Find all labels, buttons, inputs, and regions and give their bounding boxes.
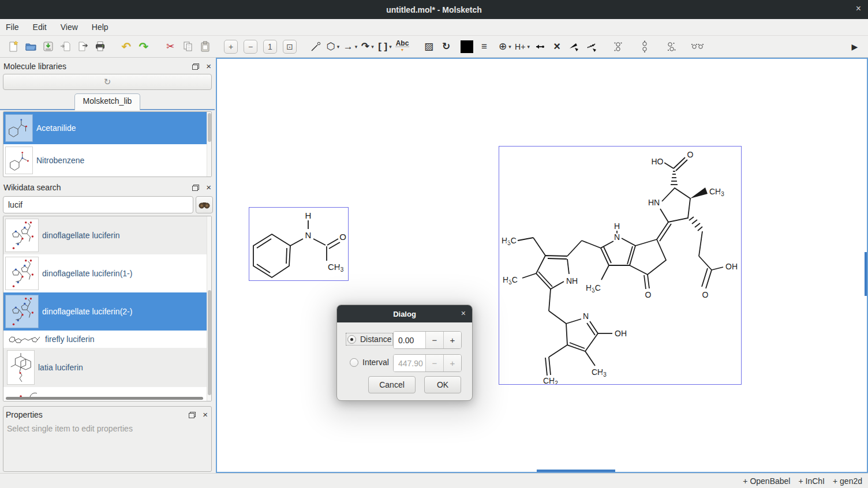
library-item-nitrobenzene[interactable]: Nitrobenzene bbox=[3, 144, 211, 177]
molecule-acetanilide[interactable]: H N O CH3 bbox=[249, 207, 349, 281]
chain-tool-3[interactable] bbox=[663, 38, 680, 55]
cancel-button[interactable]: Cancel bbox=[368, 376, 416, 393]
charge-tool[interactable]: ⊕▾ bbox=[496, 38, 514, 55]
interval-value[interactable]: 447.90 bbox=[394, 355, 425, 371]
refresh-icon: ↻ bbox=[104, 77, 111, 87]
result-dinoflagellate-luciferin[interactable]: dinoflagellate luciferin bbox=[3, 216, 211, 254]
chevron-down-icon[interactable]: ▾ bbox=[371, 44, 374, 50]
ring-tool[interactable]: ⬡▾ bbox=[324, 38, 342, 55]
redo-button[interactable]: ↷ bbox=[135, 38, 152, 55]
window-close-icon[interactable]: × bbox=[856, 4, 861, 13]
new-file-button[interactable] bbox=[5, 38, 22, 55]
zoom-out-button[interactable]: − bbox=[244, 40, 257, 54]
main-toolbar: ↶ ↷ ✂ + − 1 ⊡ ⬡▾ →▾ ↷▾ [ ]▾ Abc▾ ▨ ↻ ≡ ⊕… bbox=[0, 36, 868, 58]
menu-help[interactable]: Help bbox=[92, 22, 108, 32]
print-button[interactable] bbox=[91, 38, 108, 55]
window-title: untitled.mol* - Molsketch bbox=[386, 5, 482, 14]
chain-tool-2[interactable] bbox=[636, 38, 653, 55]
distance-decrement-button[interactable]: − bbox=[425, 332, 443, 348]
float-panel-icon[interactable] bbox=[189, 412, 196, 418]
copy-button[interactable] bbox=[179, 38, 196, 55]
zoom-fit-button[interactable]: ⊡ bbox=[283, 40, 297, 54]
cut-button[interactable]: ✂ bbox=[162, 38, 179, 55]
library-tab-bar: Molsketch_lib bbox=[0, 93, 215, 110]
chain-tool-1[interactable] bbox=[609, 38, 627, 55]
distance-spinbox: 0.00 − + bbox=[393, 331, 462, 349]
save-button[interactable] bbox=[39, 38, 57, 55]
canvas-horizontal-scrollbar[interactable] bbox=[537, 470, 615, 472]
close-panel-icon[interactable]: × bbox=[206, 184, 211, 191]
float-panel-icon[interactable] bbox=[192, 185, 199, 191]
result-dinoflagellate-luciferin-1[interactable]: dinoflagellate luciferin(1-) bbox=[3, 254, 211, 292]
wikidata-horizontal-scrollbar[interactable] bbox=[6, 397, 203, 400]
zoom-original-button[interactable]: 1 bbox=[263, 40, 277, 54]
atom-label: O bbox=[702, 290, 709, 299]
menu-edit[interactable]: Edit bbox=[33, 22, 47, 32]
canvas-vertical-scrollbar[interactable] bbox=[865, 252, 867, 296]
result-dinoflagellate-luciferin-2[interactable]: dinoflagellate luciferin(2-) bbox=[3, 292, 211, 331]
wikidata-search-button[interactable] bbox=[196, 196, 213, 213]
delete-tool[interactable]: × bbox=[548, 38, 566, 55]
chain-tool-4[interactable] bbox=[689, 38, 706, 55]
wedge-bond-tool[interactable] bbox=[566, 38, 583, 55]
mechanism-arrow-tool[interactable]: ↷▾ bbox=[359, 38, 376, 55]
molecule-dinoflagellate-luciferin[interactable]: HO O CH3 HN H N H3C H3C NH H3C O OH O OH… bbox=[499, 146, 742, 385]
rotate-tool[interactable]: ↻ bbox=[437, 38, 455, 55]
distance-value[interactable]: 0.00 bbox=[394, 332, 425, 348]
distance-radio-group[interactable]: Distance bbox=[347, 335, 391, 344]
distance-increment-button[interactable]: + bbox=[443, 332, 461, 348]
wikidata-list-scrollbar[interactable] bbox=[207, 216, 211, 401]
refresh-libraries-button[interactable]: ↻ bbox=[3, 74, 212, 90]
drawing-canvas[interactable]: H N O CH3 bbox=[216, 58, 868, 473]
ok-button[interactable]: OK bbox=[424, 376, 461, 393]
atom-label: N bbox=[305, 230, 312, 240]
interval-radio-group[interactable]: Interval bbox=[350, 358, 389, 367]
dialog-close-icon[interactable]: × bbox=[461, 309, 466, 318]
zoom-in-button[interactable]: + bbox=[224, 40, 238, 54]
wikidata-search-input[interactable]: lucif bbox=[3, 196, 193, 213]
chevron-down-icon[interactable]: ▾ bbox=[527, 44, 530, 50]
hplus-icon: H+ bbox=[515, 42, 525, 51]
area-select-tool[interactable]: ▨ bbox=[420, 38, 437, 55]
text-tool[interactable]: Abc▾ bbox=[394, 38, 411, 55]
reaction-arrow-tool[interactable]: →▾ bbox=[342, 38, 359, 55]
dialog-title-bar[interactable]: Dialog × bbox=[337, 305, 472, 322]
chevron-down-icon[interactable]: ▾ bbox=[337, 44, 340, 50]
hash-bond-tool[interactable] bbox=[583, 38, 600, 55]
float-panel-icon[interactable] bbox=[192, 63, 199, 70]
hash-bond-icon bbox=[586, 40, 598, 52]
result-firefly-luciferin[interactable]: firefly luciferin bbox=[3, 331, 211, 348]
interval-radio[interactable] bbox=[350, 358, 358, 367]
brackets-icon: [ ] bbox=[378, 41, 387, 52]
tab-molsketch-lib[interactable]: Molsketch_lib bbox=[74, 93, 141, 110]
chevron-down-icon[interactable]: ▾ bbox=[389, 44, 392, 50]
paste-button[interactable] bbox=[196, 38, 214, 55]
interval-increment-button[interactable]: + bbox=[443, 355, 461, 371]
line-width-button[interactable]: ≡ bbox=[476, 38, 493, 55]
close-panel-icon[interactable]: × bbox=[203, 411, 208, 418]
draw-bond-tool[interactable] bbox=[307, 38, 324, 55]
library-item-acetanilide[interactable]: Acetanilide bbox=[3, 112, 211, 144]
export-button[interactable] bbox=[74, 38, 91, 55]
wikidata-panel-header: Wikidata search × bbox=[3, 182, 211, 193]
open-file-button[interactable] bbox=[22, 38, 39, 55]
color-swatch-button[interactable] bbox=[458, 38, 476, 55]
chevron-down-icon[interactable]: ▾ bbox=[355, 44, 358, 50]
brackets-tool[interactable]: [ ]▾ bbox=[376, 38, 394, 55]
library-list-scrollbar[interactable] bbox=[207, 112, 211, 177]
hydrogen-tool[interactable]: H+▾ bbox=[514, 38, 531, 55]
menu-file[interactable]: File bbox=[6, 22, 19, 32]
result-latia-luciferin[interactable]: latia luciferin bbox=[3, 348, 211, 387]
line-width-icon: ≡ bbox=[481, 41, 487, 52]
distance-radio[interactable] bbox=[347, 335, 356, 344]
close-panel-icon[interactable]: × bbox=[206, 63, 211, 70]
export-icon bbox=[77, 40, 89, 52]
chevron-down-icon[interactable]: ▾ bbox=[508, 44, 511, 50]
import-button[interactable] bbox=[57, 38, 74, 55]
toolbar-overflow-button[interactable]: ▶ bbox=[846, 38, 863, 55]
connect-hydrogen-tool[interactable] bbox=[531, 38, 548, 55]
rotate-icon: ↻ bbox=[442, 40, 450, 52]
menu-view[interactable]: View bbox=[61, 22, 78, 32]
interval-decrement-button[interactable]: − bbox=[425, 355, 443, 371]
undo-button[interactable]: ↶ bbox=[118, 38, 135, 55]
